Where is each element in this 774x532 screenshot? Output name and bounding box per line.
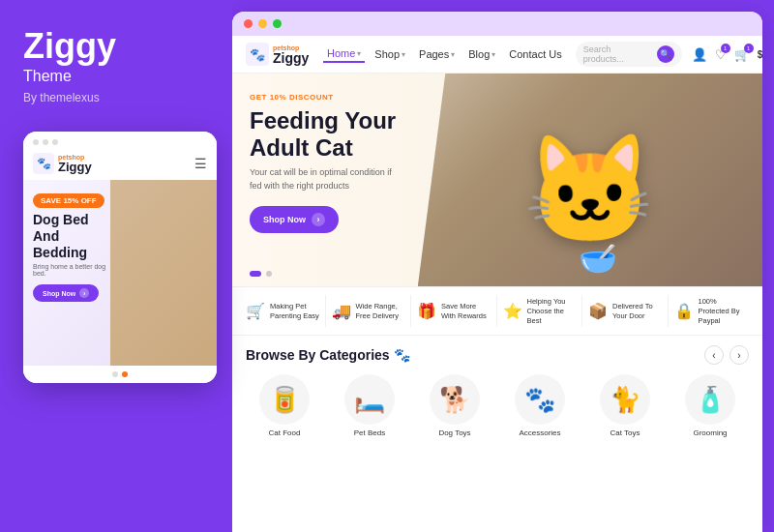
mobile-indicator-1 bbox=[112, 371, 118, 377]
door-icon: 📦 bbox=[588, 302, 608, 320]
mobile-header: 🐾 petshop Ziggy ☰ bbox=[23, 151, 217, 180]
category-pet-beds[interactable]: 🛏️ Pet Beds bbox=[331, 374, 408, 437]
category-pet-beds-image: 🛏️ bbox=[344, 374, 395, 425]
hero-dot-2 bbox=[266, 271, 272, 277]
browser-topbar bbox=[232, 12, 762, 36]
cart-price: $0.00 bbox=[758, 49, 762, 60]
nav-link-pages[interactable]: Pages ▾ bbox=[415, 46, 459, 62]
mobile-shop-label: Shop Now bbox=[43, 290, 75, 297]
nav-link-home[interactable]: Home ▾ bbox=[323, 45, 365, 63]
category-pet-beds-label: Pet Beds bbox=[354, 429, 385, 437]
hero-shop-button[interactable]: Shop Now › bbox=[250, 206, 339, 233]
feature-delivery-text: Wide Range, Free Delivery bbox=[356, 302, 407, 321]
paw-icon: 🐾 bbox=[394, 347, 410, 363]
mobile-hero-background bbox=[110, 180, 217, 366]
chevron-down-icon: ▾ bbox=[402, 50, 405, 59]
hero-background: 🐱 🥣 bbox=[418, 74, 762, 286]
site-search[interactable]: Search products... 🔍 bbox=[576, 42, 682, 67]
mobile-hero-title: Dog Bed And Bedding bbox=[33, 212, 110, 260]
feature-door: 📦 Delivered To Your Door bbox=[584, 295, 669, 327]
mobile-dot-2 bbox=[43, 139, 48, 145]
mobile-shop-button[interactable]: Shop Now › bbox=[33, 284, 99, 302]
nav-link-contact[interactable]: Contact Us bbox=[505, 46, 565, 62]
wishlist-icon[interactable]: ♡ 1 bbox=[715, 47, 727, 62]
browser-dot-yellow bbox=[258, 19, 267, 28]
category-dog-food-image: 🐕 bbox=[430, 374, 480, 425]
best-icon: ⭐ bbox=[503, 302, 522, 320]
chevron-down-icon: ▾ bbox=[451, 50, 455, 59]
category-grooming-image: 🧴 bbox=[685, 374, 735, 425]
mobile-indicator-2 bbox=[122, 371, 128, 377]
cart-badge: 1 bbox=[744, 44, 754, 53]
hero-description: Your cat will be in optimal condition if… bbox=[250, 166, 404, 192]
category-accessories[interactable]: 🐾 Accessories bbox=[501, 374, 579, 437]
user-icon[interactable]: 👤 bbox=[692, 47, 707, 62]
features-bar: 🛒 Making Pet Parenting Easy 🚚 Wide Range… bbox=[232, 286, 762, 336]
left-panel: Ziggy Theme By themelexus 🐾 petshop Zigg… bbox=[0, 0, 232, 532]
category-cat-toys-label: Cat Toys bbox=[610, 429, 640, 437]
wishlist-badge: 1 bbox=[721, 44, 730, 53]
category-cat-food-image: 🥫 bbox=[259, 374, 310, 425]
paypal-icon: 🔒 bbox=[674, 302, 694, 320]
categories-grid: 🥫 Cat Food 🛏️ Pet Beds 🐕 Dog Toys 🐾 Acce… bbox=[246, 374, 749, 437]
mobile-menu-icon[interactable]: ☰ bbox=[194, 156, 207, 171]
categories-next-button[interactable]: › bbox=[729, 345, 749, 365]
mobile-shop-arrow-icon: › bbox=[79, 288, 89, 298]
site-navbar: 🐾 petshop Ziggy Home ▾ Shop ▾ Pages ▾ Bl… bbox=[232, 36, 762, 74]
hero-dot-1 bbox=[250, 271, 261, 277]
brand-subtitle: Theme bbox=[23, 68, 213, 85]
mobile-hero: SAVE 15% OFF Dog Bed And Bedding Bring h… bbox=[23, 180, 217, 366]
category-grooming[interactable]: 🧴 Grooming bbox=[671, 374, 749, 437]
mobile-logo-icon: 🐾 bbox=[33, 153, 54, 174]
feature-delivery: 🚚 Wide Range, Free Delivery bbox=[328, 295, 412, 327]
chevron-down-icon: ▾ bbox=[491, 50, 495, 59]
browser-content: 🐾 petshop Ziggy Home ▾ Shop ▾ Pages ▾ Bl… bbox=[232, 36, 762, 532]
site-logo: 🐾 petshop Ziggy bbox=[246, 43, 313, 66]
category-dog-food-label: Dog Toys bbox=[438, 429, 470, 437]
mobile-dots bbox=[23, 132, 217, 151]
feature-best: ⭐ Helping You Choose the Best bbox=[499, 295, 583, 327]
category-cat-food-label: Cat Food bbox=[269, 429, 301, 437]
search-input[interactable]: Search products... bbox=[583, 44, 653, 64]
brand-title: Ziggy bbox=[23, 29, 213, 64]
category-cat-food[interactable]: 🥫 Cat Food bbox=[246, 374, 323, 437]
bowl-icon: 🥣 bbox=[579, 240, 617, 277]
search-button[interactable]: 🔍 bbox=[657, 45, 674, 63]
category-cat-toys[interactable]: 🐈 Cat Toys bbox=[586, 374, 664, 437]
brand-by: By themelexus bbox=[23, 91, 213, 104]
site-nav-links: Home ▾ Shop ▾ Pages ▾ Blog ▾ Contact Us bbox=[323, 45, 566, 63]
mobile-badge: SAVE 15% OFF bbox=[33, 193, 104, 208]
mobile-dots-indicator bbox=[23, 366, 217, 383]
category-grooming-label: Grooming bbox=[693, 429, 727, 437]
mobile-logo: 🐾 petshop Ziggy bbox=[33, 153, 92, 174]
category-accessories-image: 🐾 bbox=[515, 374, 565, 425]
nav-link-shop[interactable]: Shop ▾ bbox=[371, 46, 409, 62]
rewards-icon: 🎁 bbox=[417, 302, 436, 320]
feature-rewards-text: Save More With Rewards bbox=[441, 302, 492, 321]
cart-icon[interactable]: 🛒 1 bbox=[734, 47, 750, 62]
categories-title: Browse By Categories 🐾 bbox=[246, 347, 410, 363]
categories-prev-button[interactable]: ‹ bbox=[704, 345, 724, 365]
categories-section: Browse By Categories 🐾 ‹ › 🥫 Cat Food 🛏️… bbox=[232, 336, 762, 447]
feature-paypal: 🔒 100% Protected By Paypal bbox=[670, 295, 754, 327]
site-logo-icon: 🐾 bbox=[246, 43, 269, 66]
browser-dot-red bbox=[244, 19, 253, 28]
nav-icons: 👤 ♡ 1 🛒 1 $0.00 bbox=[692, 47, 762, 62]
hero-content: GET 10% DISCOUNT Feeding Your Adult Cat … bbox=[250, 93, 424, 233]
hero-discount-badge: GET 10% DISCOUNT bbox=[250, 93, 424, 102]
hero-dots-indicator bbox=[250, 271, 272, 277]
hero-section: 🐱 🥣 GET 10% DISCOUNT Feeding Your Adult … bbox=[232, 74, 762, 286]
category-dog-food[interactable]: 🐕 Dog Toys bbox=[416, 374, 493, 437]
feature-paypal-text: 100% Protected By Paypal bbox=[699, 297, 750, 325]
chevron-down-icon: ▾ bbox=[357, 49, 361, 58]
browser-dot-green bbox=[273, 19, 282, 28]
mobile-mockup: 🐾 petshop Ziggy ☰ SAVE 15% OFF Dog Bed A… bbox=[23, 132, 217, 383]
mobile-hero-subtitle: Bring home a better dog bed. bbox=[33, 263, 120, 277]
category-cat-toys-image: 🐈 bbox=[600, 374, 650, 425]
nav-link-blog[interactable]: Blog ▾ bbox=[464, 46, 499, 62]
category-accessories-label: Accessories bbox=[519, 429, 560, 437]
feature-door-text: Delivered To Your Door bbox=[612, 302, 664, 321]
categories-header: Browse By Categories 🐾 ‹ › bbox=[246, 345, 749, 365]
feature-best-text: Helping You Choose the Best bbox=[527, 297, 579, 325]
browser-panel: 🐾 petshop Ziggy Home ▾ Shop ▾ Pages ▾ Bl… bbox=[232, 12, 762, 532]
